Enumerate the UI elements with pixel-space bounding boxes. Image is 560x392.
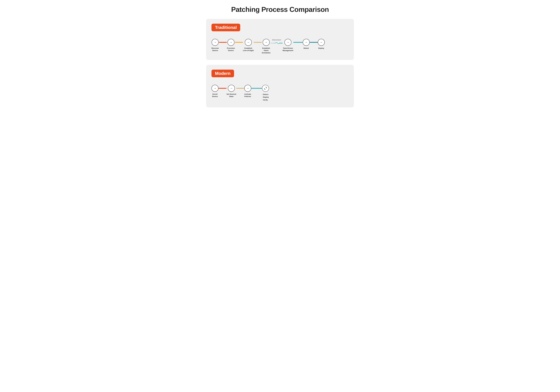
step-label-detect: Detect xyxy=(303,47,309,50)
step-cycle: · Detect· Deploy· Verify xyxy=(262,85,269,101)
disconnect-area: Disconnect xyxy=(270,39,282,44)
step-label-discover: DiscoverDevice xyxy=(211,47,219,52)
step-circle-detect: → xyxy=(303,39,310,46)
svg-marker-3 xyxy=(266,88,267,88)
traditional-label: Traditional xyxy=(211,24,240,31)
connector-1 xyxy=(219,42,227,43)
connector-5 xyxy=(310,42,318,43)
modern-connector-2 xyxy=(236,88,244,89)
modern-section: Modern → EnrollDevice → Set DesiredState… xyxy=(206,65,354,107)
connector-4 xyxy=(293,42,303,43)
step-label-deploy: Deploy xyxy=(318,47,324,50)
step-label-patch: EstablishPatchSchedules xyxy=(262,47,270,54)
page-title: Patching Process Comparison xyxy=(231,5,329,13)
step-circle-desired: → xyxy=(228,85,235,92)
step-circle-deploy: → xyxy=(318,39,325,46)
modern-flow: → EnrollDevice → Set DesiredState → Acti… xyxy=(211,85,349,101)
step-task-driven: → Task-DrivenManagement xyxy=(282,39,293,52)
step-label-los: EstablishLine-of-Sight xyxy=(243,47,254,52)
step-circle-patch: → xyxy=(263,39,270,46)
step-provision-device: → ProvisionDevice xyxy=(227,39,235,52)
step-circle-provision: → xyxy=(228,39,234,46)
step-deploy: → Deploy xyxy=(318,39,325,50)
step-label-enroll: EnrollDevice xyxy=(212,93,218,98)
step-circle-los: → xyxy=(245,39,252,46)
step-activate-policies: → ActivatePolicies xyxy=(244,85,251,98)
refresh-icon xyxy=(264,87,267,90)
connector-2 xyxy=(235,42,243,43)
step-circle-discover: → xyxy=(212,39,219,46)
step-circle-activate: → xyxy=(244,85,251,92)
disconnect-line-svg xyxy=(270,42,282,44)
modern-label: Modern xyxy=(211,70,234,77)
disconnect-label: Disconnect xyxy=(272,39,281,41)
step-desired-state: → Set DesiredState xyxy=(227,85,236,98)
svg-point-1 xyxy=(274,42,275,44)
step-label-activate: ActivatePolicies xyxy=(244,93,251,98)
modern-connector-1 xyxy=(219,88,227,89)
step-label-provision: ProvisionDevice xyxy=(227,47,235,52)
connector-3 xyxy=(254,42,262,43)
step-label-task: Task-DrivenManagement xyxy=(282,47,293,52)
step-line-of-sight: → EstablishLine-of-Sight xyxy=(243,39,254,52)
step-circle-task: → xyxy=(284,39,291,46)
step-enroll-device: → EnrollDevice xyxy=(211,85,219,98)
step-circle-cycle xyxy=(262,85,269,92)
step-circle-enroll: → xyxy=(211,85,219,92)
step-detect: → Detect xyxy=(303,39,310,50)
modern-connector-3 xyxy=(251,88,262,89)
step-discover-device: → DiscoverDevice xyxy=(211,39,219,52)
step-label-cycle: · Detect· Deploy· Verify xyxy=(262,93,269,101)
traditional-section: Traditional → DiscoverDevice → Provision… xyxy=(206,19,354,60)
step-patch-schedules: → EstablishPatchSchedules xyxy=(262,39,270,54)
step-label-desired: Set DesiredState xyxy=(227,93,236,98)
traditional-flow: → DiscoverDevice → ProvisionDevice → Est… xyxy=(211,39,349,54)
svg-marker-4 xyxy=(264,88,265,89)
